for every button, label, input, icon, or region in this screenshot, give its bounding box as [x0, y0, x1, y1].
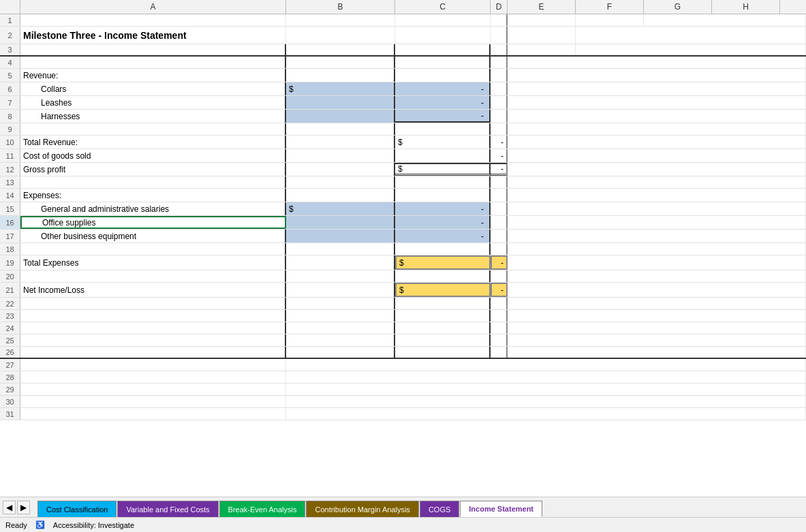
tabs-bar: ◀ ▶ Cost Classification Variable and Fix… [0, 497, 806, 517]
table-row: 12 Gross profit $ - [0, 163, 806, 176]
table-row: 13 [0, 176, 806, 189]
table-row: 6 Collars $ - [0, 82, 806, 96]
table-row: 10 Total Revenue: $ - [0, 136, 806, 149]
status-ready: Ready [5, 521, 27, 529]
col-header-h[interactable]: H [712, 0, 780, 14]
table-row: 5 Revenue: [0, 69, 806, 82]
tab-cost-classification[interactable]: Cost Classification [37, 501, 117, 517]
table-row: 3 [0, 44, 806, 57]
tab-prev-arrow[interactable]: ◀ [3, 501, 16, 514]
table-row: 24 [0, 322, 806, 334]
table-row: 17 Other business equipment - [0, 230, 806, 243]
table-row: 4 [0, 57, 806, 69]
col-header-g[interactable]: G [644, 0, 712, 14]
table-row: 25 [0, 334, 806, 347]
table-row: 14 Expenses: [0, 189, 806, 202]
spreadsheet: A B C D E F G H I J 1 2 Milestone Three … [0, 0, 806, 497]
table-row: 15 General and administrative salaries $… [0, 202, 806, 216]
col-header-i[interactable]: I [780, 0, 806, 14]
tab-next-arrow[interactable]: ▶ [17, 501, 30, 514]
table-row: 26 [0, 347, 806, 359]
table-row: 21 Net Income/Loss $ - [0, 283, 806, 298]
col-header-b[interactable]: B [286, 0, 395, 14]
tab-break-even-analysis[interactable]: Break-Even Analysis [219, 501, 306, 517]
table-row: 31 [0, 408, 806, 420]
grid: 1 2 Milestone Three - Income Statement 3 [0, 14, 806, 497]
tab-variable-fixed-costs[interactable]: Variable and Fixed Costs [117, 501, 218, 517]
col-header-a[interactable]: A [20, 0, 286, 14]
table-row: 18 [0, 243, 806, 255]
accessibility-icon: ♿ [35, 520, 45, 529]
tab-income-statement[interactable]: Income Statement [460, 501, 542, 517]
col-header-c[interactable]: C [395, 0, 491, 14]
col-header-e[interactable]: E [508, 0, 576, 14]
table-row: 8 Harnesses - [0, 110, 806, 123]
status-bar: Ready ♿ Accessibility: Investigate [0, 517, 806, 532]
table-row: 29 [0, 384, 806, 396]
table-row: 9 [0, 123, 806, 136]
tab-contribution-margin[interactable]: Contribution Margin Analysis [306, 501, 418, 517]
table-row: 16 Office supplies - [0, 216, 806, 230]
column-headers: A B C D E F G H I J [0, 0, 806, 14]
accessibility-label[interactable]: Accessibility: Investigate [53, 521, 134, 529]
tab-nav-arrows[interactable]: ◀ ▶ [3, 501, 30, 514]
tab-cogs[interactable]: COGS [420, 501, 459, 517]
table-row: 27 [0, 359, 806, 371]
table-row: 1 [0, 14, 806, 27]
table-row: 28 [0, 371, 806, 384]
table-row: 11 Cost of goods sold - [0, 149, 806, 163]
table-row: 20 [0, 270, 806, 283]
table-row: 30 [0, 396, 806, 408]
table-row: 23 [0, 310, 806, 322]
table-row: 7 Leashes - [0, 96, 806, 110]
table-row: 22 [0, 298, 806, 310]
table-row: 2 Milestone Three - Income Statement [0, 27, 806, 44]
corner-cell [0, 0, 20, 14]
col-header-f[interactable]: F [576, 0, 644, 14]
col-header-d[interactable]: D [491, 0, 508, 14]
table-row: 19 Total Expenses $ - [0, 255, 806, 270]
